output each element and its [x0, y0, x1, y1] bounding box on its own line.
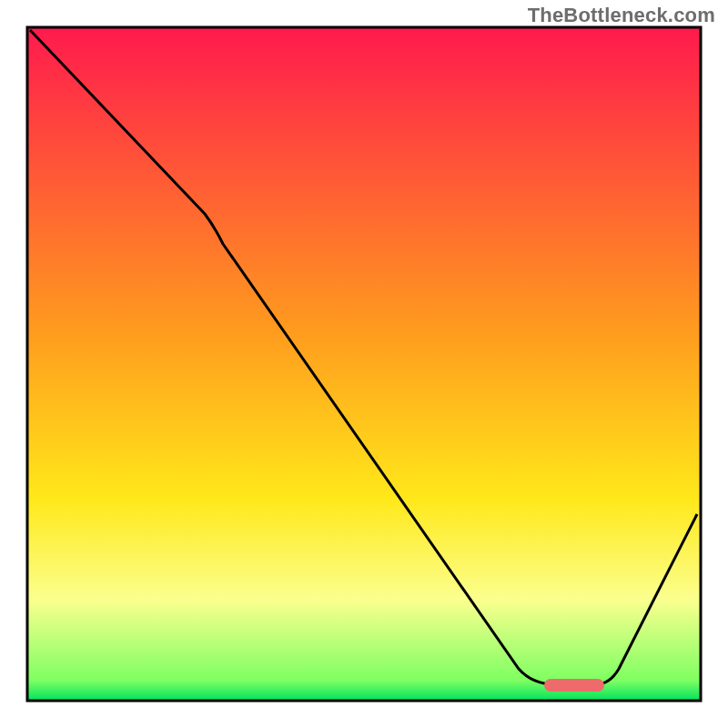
plot-background: [27, 27, 701, 701]
chart-svg: [0, 0, 728, 728]
sweet-spot-marker: [544, 679, 604, 692]
chart-stage: TheBottleneck.com: [0, 0, 728, 728]
watermark-text: TheBottleneck.com: [528, 4, 715, 27]
